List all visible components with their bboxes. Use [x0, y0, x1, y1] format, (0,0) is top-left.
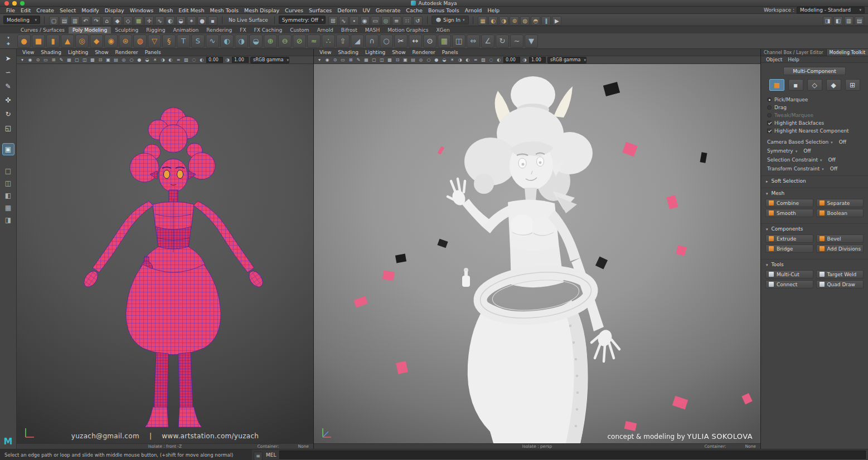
grid-toggle-icon[interactable]: ▦ — [362, 57, 370, 63]
shelf-tab-animation[interactable]: Animation — [169, 27, 202, 33]
panel-menu-renderer[interactable]: Renderer — [409, 50, 439, 55]
attribute-editor-toggle-icon[interactable]: ◨ — [823, 16, 832, 26]
panel-menu-icon[interactable]: ▾ — [18, 57, 26, 63]
grease-pencil-icon[interactable]: ✎ — [57, 57, 65, 63]
lasso-tool-icon[interactable]: ∽ — [2, 66, 14, 79]
rotate-tool-icon[interactable]: ↻ — [2, 108, 14, 120]
menu-surfaces[interactable]: Surfaces — [306, 7, 334, 13]
select-by-hierarchy-icon[interactable]: ⌂ — [102, 16, 111, 26]
film-gate-icon[interactable]: ▢ — [73, 57, 81, 63]
smooth-button[interactable]: Smooth — [765, 209, 813, 217]
rendering-mask-icon[interactable]: ● — [197, 16, 207, 26]
anti-aliasing-icon[interactable]: ≡ — [174, 57, 182, 63]
bridge-button[interactable]: Bridge — [765, 244, 813, 253]
exposure-field[interactable]: 0.00 — [503, 57, 520, 63]
panel-menu-show[interactable]: Show — [389, 50, 409, 55]
poly-helix-icon[interactable]: § — [162, 35, 176, 48]
menu-edit[interactable]: Edit — [18, 7, 33, 13]
shelf-tab-xgen[interactable]: XGen — [432, 27, 453, 33]
svg-tool-icon[interactable]: S — [191, 35, 205, 48]
exposure-toggle-icon[interactable]: ◐ — [198, 57, 206, 63]
shelf-editor-icon[interactable]: ✚ — [5, 41, 12, 47]
menu-file[interactable]: File — [3, 7, 18, 13]
layout-persp-outliner-icon[interactable]: ◧ — [2, 190, 14, 200]
boolean-intersection-icon[interactable]: ◒ — [249, 35, 263, 48]
pause-viewport-icon[interactable]: ∥ — [541, 16, 551, 26]
make-live-icon[interactable]: ◎ — [381, 16, 391, 26]
layout-grid-icon[interactable]: ▦ — [2, 202, 14, 213]
frame-all-icon[interactable]: ◎ — [417, 57, 425, 63]
workspace-dropdown[interactable]: Modeling - Standard — [797, 7, 865, 14]
target-weld-icon[interactable]: ⊙ — [423, 35, 437, 48]
snap-to-projected-center-icon[interactable]: ◉ — [360, 16, 370, 26]
gate-mask-icon[interactable]: ▩ — [386, 57, 394, 63]
poly-cube-icon[interactable]: ■ — [32, 35, 45, 48]
multi-component-button[interactable]: Multi-Component — [783, 67, 846, 75]
workspace-panel-icon[interactable]: ▤ — [855, 16, 864, 26]
view-transform-dropdown[interactable]: sRGB gamma — [250, 57, 289, 63]
spin-edge-icon[interactable]: ↻ — [496, 35, 509, 48]
menu-help[interactable]: Help — [484, 7, 502, 13]
safe-action-icon[interactable]: ▣ — [104, 57, 112, 63]
gamma-field[interactable]: 1.00 — [232, 57, 249, 63]
vertex-mode-icon[interactable]: ▪ — [788, 79, 803, 91]
select-by-object-icon[interactable]: ◆ — [113, 16, 122, 26]
new-scene-icon[interactable]: ▢ — [49, 16, 59, 26]
menu-arnold[interactable]: Arnold — [462, 7, 485, 13]
mel-label[interactable]: MEL — [264, 452, 279, 458]
shelf-tab-mash[interactable]: MASH — [361, 27, 384, 33]
film-gate-icon[interactable]: ▢ — [370, 57, 378, 63]
symmetry-dropdown[interactable]: Symmetry: Off — [279, 16, 326, 24]
field-chart-icon[interactable]: ⊡ — [394, 57, 401, 63]
boolean-difference-icon[interactable]: ◑ — [235, 35, 248, 48]
shelf-tab-custom[interactable]: Custom — [286, 27, 313, 33]
uv-mode-icon[interactable]: ⊞ — [845, 79, 860, 91]
channel-box-toggle-icon[interactable]: ▥ — [844, 16, 854, 26]
menu-cache[interactable]: Cache — [403, 7, 425, 13]
checkbox-highlight-nearest[interactable]: Highlight Nearest Component — [761, 127, 868, 135]
tools-section-header[interactable]: Tools — [761, 260, 868, 269]
poly-plane-icon[interactable]: ◆ — [90, 35, 103, 48]
input-operations-icon[interactable]: ≡ — [392, 16, 401, 26]
target-weld-button[interactable]: Target Weld — [816, 270, 864, 278]
output-operations-icon[interactable]: ∷ — [403, 16, 412, 26]
select-camera-icon[interactable]: ◉ — [26, 57, 34, 63]
panel-menu-show[interactable]: Show — [91, 50, 111, 55]
face-mode-icon[interactable]: ◆ — [826, 79, 841, 91]
gamma-toggle-icon[interactable]: ◑ — [521, 57, 528, 63]
layout-single-pane-icon[interactable]: □ — [2, 165, 14, 176]
extrude-icon[interactable]: ⇧ — [336, 35, 350, 48]
open-scene-icon[interactable]: ▤ — [60, 16, 69, 26]
extract-icon[interactable]: ⊘ — [293, 35, 306, 48]
radio-pick-marquee[interactable]: Pick/Marquee — [761, 96, 868, 104]
select-all-mask-icon[interactable]: ▩ — [134, 16, 143, 26]
poly-soccer-ball-icon[interactable]: ◍ — [133, 35, 147, 48]
menu-help[interactable]: Help — [785, 57, 802, 62]
menu-edit-mesh[interactable]: Edit Mesh — [176, 7, 207, 13]
mel-input[interactable] — [279, 451, 866, 459]
zoom-button[interactable] — [20, 1, 25, 6]
quad-draw-icon[interactable]: ▦ — [438, 35, 451, 48]
exposure-field[interactable]: 0.00 — [206, 57, 223, 63]
view-transform-dropdown[interactable]: sRGB gamma — [547, 57, 586, 63]
script-editor-toggle-icon[interactable]: ≡ — [254, 452, 263, 460]
textured-display-icon[interactable]: ◒ — [440, 57, 448, 63]
tool-settings-toggle-icon[interactable]: ◧ — [833, 16, 843, 26]
panel-menu-lighting[interactable]: Lighting — [362, 50, 389, 55]
menu-bonus-tools[interactable]: Bonus Tools — [425, 7, 462, 13]
mirror-icon[interactable]: ◫ — [452, 35, 465, 48]
launch-arnold-render-icon[interactable]: ◓ — [531, 16, 540, 26]
construction-history-icon[interactable]: ↺ — [413, 16, 423, 26]
checkbox-highlight-backfaces[interactable]: Highlight Backfaces — [761, 119, 868, 127]
redo-icon[interactable]: ↷ — [91, 16, 101, 26]
safe-title-icon[interactable]: ▤ — [112, 57, 120, 63]
bridge-icon[interactable]: ∩ — [365, 35, 379, 48]
handle-mask-icon[interactable]: ✛ — [144, 16, 154, 26]
reduce-icon[interactable]: ▼ — [525, 35, 538, 48]
menu-deform[interactable]: Deform — [334, 7, 360, 13]
object-mode-icon[interactable]: ■ — [769, 79, 784, 91]
panel-menu-view[interactable]: View — [316, 50, 334, 55]
hypershade-icon[interactable]: ◍ — [520, 16, 530, 26]
shelf-tab-rendering[interactable]: Rendering — [202, 27, 236, 33]
menu-create[interactable]: Create — [33, 7, 57, 13]
